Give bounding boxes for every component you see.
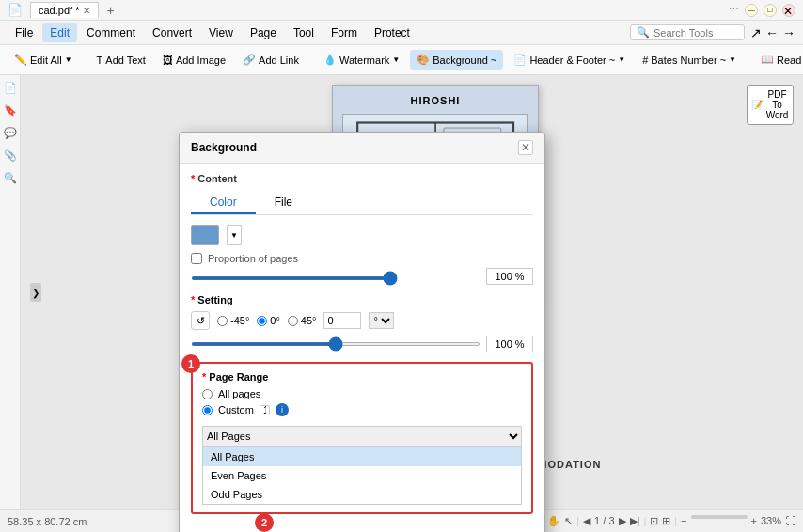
all-pages-radio[interactable]: [202, 389, 213, 399]
page-type-dropdown: All Pages Even Pages Odd Pages: [202, 446, 522, 505]
menu-edit[interactable]: Edit: [42, 23, 77, 42]
page-range-star: *: [202, 371, 206, 383]
setting-star: *: [191, 294, 195, 305]
add-link-button[interactable]: 🔗 Add Link: [236, 50, 306, 70]
sidebar-attachment-icon[interactable]: 📎: [2, 147, 19, 164]
proportion-label[interactable]: Proportion of pages: [208, 253, 298, 264]
title-tab[interactable]: cad.pdf * ✕: [30, 2, 99, 18]
dropdown-odd-pages[interactable]: Odd Pages: [203, 485, 521, 504]
read-button[interactable]: 📖 Read: [754, 50, 803, 70]
rotate-minus45-radio[interactable]: [217, 316, 228, 326]
add-text-button[interactable]: T Add Text: [90, 51, 152, 70]
fit-width-icon[interactable]: ⊞: [662, 515, 670, 527]
background-dialog: Background ✕ * Content Color File: [179, 132, 545, 532]
angle-unit-select[interactable]: °: [369, 312, 394, 329]
scale-value-input[interactable]: [486, 336, 533, 352]
setting-label: * Setting: [191, 294, 533, 305]
prev-page-icon[interactable]: ◀: [583, 515, 590, 527]
sidebar-pages-icon[interactable]: 📄: [2, 79, 19, 96]
fit-page-icon[interactable]: ⊡: [650, 515, 658, 527]
info-icon[interactable]: i: [276, 403, 289, 416]
search-box[interactable]: 🔍: [630, 24, 745, 40]
status-icons: ✋ ↖ | ◀ 1 / 3 ▶ ▶| | ⊡ ⊞ | − + 33% ⛶: [547, 515, 795, 527]
content-section-label: * Content: [191, 173, 533, 184]
menu-convert[interactable]: Convert: [145, 23, 199, 42]
pdf-word-icon: 📝: [751, 100, 763, 110]
custom-pages-radio[interactable]: [202, 405, 213, 415]
minimize-button[interactable]: —: [745, 4, 758, 17]
menu-view[interactable]: View: [201, 23, 241, 42]
separator-2: |: [643, 515, 646, 527]
setting-section: * Setting ↺ -45° 0°: [191, 294, 533, 352]
add-image-button[interactable]: 🖼 Add Image: [156, 51, 232, 70]
custom-pages-label[interactable]: Custom: [218, 404, 254, 415]
back-icon[interactable]: ←: [765, 25, 779, 40]
rotate-minus45-label[interactable]: -45°: [217, 315, 249, 326]
rotate-0-label[interactable]: 0°: [257, 315, 280, 326]
external-link-icon[interactable]: ↗: [750, 25, 762, 40]
zoom-in-icon[interactable]: +: [751, 515, 757, 527]
opacity-slider[interactable]: [191, 276, 398, 280]
dialog-header: Background ✕: [180, 133, 544, 164]
cursor-icon[interactable]: ↖: [564, 515, 573, 527]
rotate-reset-button[interactable]: ↺: [191, 311, 210, 330]
watermark-button[interactable]: 💧 Watermark ▼: [317, 50, 406, 70]
angle-value-input[interactable]: [323, 312, 361, 329]
dropdown-even-pages[interactable]: Even Pages: [203, 466, 521, 485]
close-tab-icon[interactable]: ✕: [83, 6, 90, 16]
background-button[interactable]: 🎨 Background ~: [410, 50, 503, 70]
opacity-slider-container: [191, 270, 486, 283]
custom-pages-input[interactable]: [260, 405, 270, 415]
pdf-doc-title: HIROSHI: [342, 95, 528, 106]
menu-file[interactable]: File: [8, 23, 40, 42]
separator-3: |: [674, 515, 677, 527]
separator: |: [576, 515, 579, 527]
rotation-row: ↺ -45° 0° 45°: [191, 311, 533, 330]
menu-tool[interactable]: Tool: [286, 23, 322, 42]
search-input[interactable]: [653, 27, 738, 39]
edit-dropdown-icon: ▼: [65, 55, 72, 64]
sidebar-bookmark-icon[interactable]: 🔖: [2, 102, 19, 118]
dialog-title: Background: [191, 141, 257, 154]
page-type-select[interactable]: All Pages: [202, 426, 522, 446]
tab-color[interactable]: Color: [191, 192, 256, 214]
bates-dropdown-icon: ▼: [729, 55, 736, 64]
zoom-out-icon[interactable]: −: [681, 515, 686, 527]
forward-icon[interactable]: →: [782, 25, 795, 40]
close-button[interactable]: ✕: [782, 4, 795, 17]
fullscreen-icon[interactable]: ⛶: [785, 515, 795, 527]
maximize-button[interactable]: □: [764, 4, 777, 17]
sidebar-comment-icon[interactable]: 💬: [2, 124, 19, 141]
dropdown-all-pages[interactable]: All Pages: [203, 447, 521, 466]
sidebar-search-icon[interactable]: 🔍: [2, 169, 19, 186]
next-page-icon[interactable]: ▶: [619, 515, 626, 527]
hand-tool-icon[interactable]: ✋: [547, 515, 560, 527]
bates-number-button[interactable]: # Bates Number ~ ▼: [636, 51, 743, 70]
menu-comment[interactable]: Comment: [79, 23, 143, 42]
menu-protect[interactable]: Protect: [367, 23, 417, 42]
left-sidebar: 📄 🔖 💬 📎 🔍: [0, 75, 21, 509]
color-swatch[interactable]: [191, 225, 219, 245]
header-footer-button[interactable]: 📄 Header & Footer ~ ▼: [507, 50, 632, 70]
all-pages-label[interactable]: All pages: [218, 388, 260, 399]
rotate-0-radio[interactable]: [257, 316, 267, 326]
tab-file[interactable]: File: [256, 192, 311, 214]
new-tab-icon[interactable]: +: [106, 3, 114, 18]
rotate-45-label[interactable]: 45°: [288, 315, 317, 326]
menu-page[interactable]: Page: [243, 23, 284, 42]
rotate-45-radio[interactable]: [288, 316, 298, 326]
scale-slider[interactable]: [191, 342, 480, 346]
dialog-close-button[interactable]: ✕: [518, 140, 533, 155]
zoom-slider[interactable]: [691, 515, 748, 519]
title-bar-controls: ⋯ — □ ✕: [729, 4, 795, 17]
last-page-icon[interactable]: ▶|: [630, 515, 640, 527]
edit-all-button[interactable]: ✏️ Edit All ▼: [8, 50, 79, 70]
menu-form[interactable]: Form: [323, 23, 365, 42]
left-panel-toggle[interactable]: ❯: [30, 283, 41, 302]
menu-bar: File Edit Comment Convert View Page Tool…: [0, 21, 803, 45]
opacity-value-input[interactable]: [486, 268, 533, 285]
proportion-checkbox[interactable]: [191, 253, 202, 264]
proportion-row: Proportion of pages: [191, 253, 533, 264]
pdf-to-word-button[interactable]: 📝 PDF To Word: [747, 85, 794, 125]
color-dropdown-button[interactable]: ▼: [227, 225, 242, 245]
